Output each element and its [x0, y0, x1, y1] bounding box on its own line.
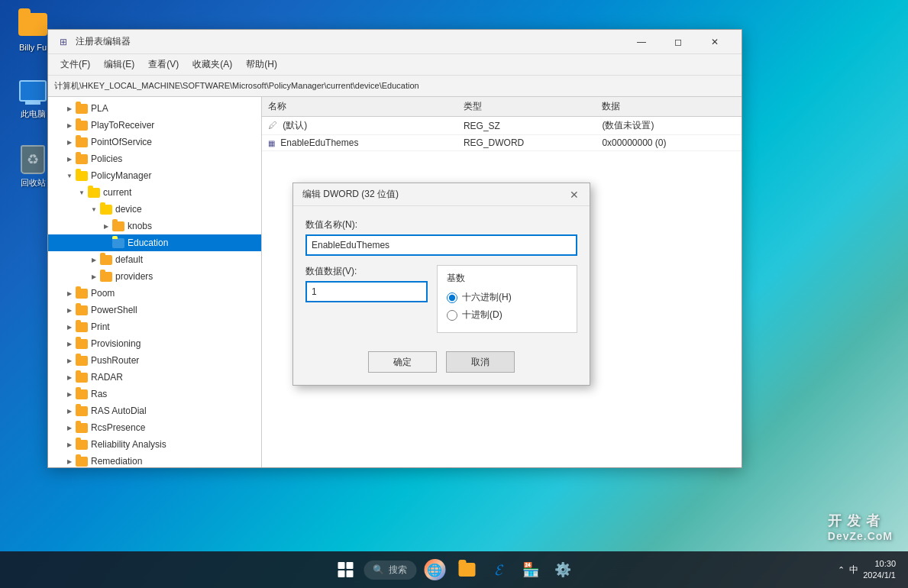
- menu-view[interactable]: 查看(V): [142, 55, 185, 74]
- tree-item-radar[interactable]: RADAR: [48, 369, 261, 386]
- col-data: 数据: [596, 97, 742, 117]
- expand-rasautodial[interactable]: [63, 405, 76, 417]
- name-input[interactable]: [305, 234, 577, 256]
- globe-taskbar-button[interactable]: 🌐: [421, 556, 448, 583]
- edit-dword-dialog: 编辑 DWORD (32 位值) ✕ 数值名称(N): 数值数据(V):: [292, 183, 590, 386]
- tree-item-pointofservice[interactable]: PointOfService: [48, 134, 261, 150]
- hex-radio[interactable]: [447, 292, 457, 303]
- search-icon: 🔍: [373, 564, 384, 575]
- tree-item-policymanager[interactable]: PolicyManager: [48, 167, 261, 184]
- ok-button[interactable]: 确定: [368, 351, 437, 373]
- windows-logo-icon: [338, 562, 353, 577]
- close-button[interactable]: ✕: [697, 30, 732, 54]
- expand-pushrouter[interactable]: [63, 354, 76, 367]
- maximize-button[interactable]: ◻: [661, 30, 696, 54]
- tree-label-pushrouter: PushRouter: [91, 355, 139, 366]
- data-field-label: 数值数据(V):: [305, 265, 428, 278]
- tree-panel[interactable]: PLA PlayToReceiver PointOfService Polici…: [48, 97, 262, 467]
- row-data-default: (数值未设置): [596, 117, 742, 135]
- folder-icon-knobs: [112, 221, 124, 231]
- menu-favorites[interactable]: 收藏夹(A): [186, 55, 238, 74]
- tree-item-knobs[interactable]: knobs: [48, 218, 261, 234]
- chevron-up-icon[interactable]: ⌃: [838, 565, 845, 575]
- tree-item-default[interactable]: default: [48, 251, 261, 268]
- tree-item-ras[interactable]: Ras: [48, 386, 261, 402]
- expand-rcspresence[interactable]: [63, 422, 76, 434]
- expand-providers[interactable]: [88, 270, 100, 283]
- expand-device[interactable]: [88, 203, 100, 215]
- regedit-window: ⊞ 注册表编辑器 — ◻ ✕ 文件(F) 编辑(E) 查看(V) 收藏夹(A) …: [47, 29, 742, 468]
- expand-radar[interactable]: [63, 371, 76, 383]
- minimize-button[interactable]: —: [624, 30, 659, 54]
- address-bar: 计算机\HKEY_LOCAL_MACHINE\SOFTWARE\Microsof…: [48, 76, 742, 97]
- base-title: 基数: [447, 272, 567, 285]
- tree-item-pushrouter[interactable]: PushRouter: [48, 352, 261, 369]
- tree-item-policies[interactable]: Policies: [48, 150, 261, 167]
- table-row[interactable]: 🖊 (默认) REG_SZ (数值未设置): [262, 117, 742, 135]
- tree-item-playtoreceiver[interactable]: PlayToReceiver: [48, 117, 261, 134]
- tree-label-education: Education: [128, 237, 168, 248]
- folder-icon-providers: [100, 272, 112, 282]
- tree-item-providers[interactable]: providers: [48, 268, 261, 285]
- expand-pla[interactable]: [63, 102, 76, 115]
- menu-help[interactable]: 帮助(H): [240, 55, 283, 74]
- cancel-button[interactable]: 取消: [446, 351, 515, 373]
- expand-playtoreceiver[interactable]: [63, 119, 76, 131]
- dec-radio[interactable]: [447, 310, 457, 321]
- dialog-close-button[interactable]: ✕: [565, 186, 583, 204]
- expand-powershell[interactable]: [63, 304, 76, 316]
- col-name: 名称: [262, 97, 457, 117]
- taskbar-search[interactable]: 🔍 搜索: [364, 561, 416, 580]
- search-placeholder: 搜索: [389, 564, 407, 577]
- tree-item-provisioning[interactable]: Provisioning: [48, 335, 261, 352]
- expand-reliability[interactable]: [63, 438, 76, 451]
- tree-item-rcspresence[interactable]: RcsPresence: [48, 419, 261, 436]
- tree-item-education[interactable]: Education: [48, 234, 261, 251]
- row-type-enableeduthemes: REG_DWORD: [457, 135, 596, 151]
- value-field-group: 数值数据(V):: [305, 265, 428, 333]
- edge-taskbar-button[interactable]: 𝓔: [485, 556, 512, 583]
- expand-poom[interactable]: [63, 287, 76, 299]
- tree-item-reliability[interactable]: Reliability Analysis: [48, 436, 261, 453]
- windows-logo-button[interactable]: [331, 556, 359, 583]
- folder-taskbar-button[interactable]: [453, 556, 480, 583]
- expand-pointofservice[interactable]: [63, 136, 76, 148]
- expand-print[interactable]: [63, 321, 76, 333]
- expand-current[interactable]: [76, 186, 88, 199]
- data-input[interactable]: [305, 281, 428, 302]
- settings-taskbar-button[interactable]: ⚙️: [549, 556, 577, 583]
- folder-icon-powershell: [76, 305, 88, 315]
- expand-policymanager[interactable]: [63, 170, 76, 182]
- expand-knobs[interactable]: [100, 220, 112, 232]
- tree-item-powershell[interactable]: PowerShell: [48, 302, 261, 318]
- table-row[interactable]: ▦ EnableEduThemes REG_DWORD 0x00000000 (…: [262, 135, 742, 151]
- tree-label-device: device: [115, 204, 142, 215]
- expand-default[interactable]: [88, 254, 100, 266]
- notification-area: ⌃ 中 10:30 2024/1/1: [838, 558, 896, 582]
- address-text[interactable]: 计算机\HKEY_LOCAL_MACHINE\SOFTWARE\Microsof…: [54, 80, 419, 92]
- menu-file[interactable]: 文件(F): [54, 55, 96, 74]
- expand-policies[interactable]: [63, 153, 76, 165]
- expand-provisioning[interactable]: [63, 338, 76, 350]
- desktop-icon-label-pc: 此电脑: [21, 109, 46, 119]
- tree-item-device[interactable]: device: [48, 201, 261, 218]
- tree-item-current[interactable]: current: [48, 184, 261, 201]
- tree-item-remediation[interactable]: Remediation: [48, 453, 261, 467]
- tree-item-rasautodial[interactable]: RAS AutoDial: [48, 402, 261, 419]
- dec-radio-label: 十进制(D): [462, 309, 502, 321]
- store-taskbar-button[interactable]: 🏪: [517, 556, 544, 583]
- settings-icon: ⚙️: [554, 561, 571, 578]
- row-data-enableeduthemes: 0x00000000 (0): [596, 135, 742, 151]
- lang-indicator: 中: [849, 564, 858, 577]
- row-name-enableeduthemes: ▦ EnableEduThemes: [262, 135, 457, 151]
- tree-item-print[interactable]: Print: [48, 318, 261, 335]
- expand-remediation[interactable]: [63, 455, 76, 467]
- tree-label-current: current: [103, 187, 131, 198]
- tree-item-pla[interactable]: PLA: [48, 100, 261, 117]
- tree-label-poom: Poom: [91, 288, 115, 299]
- menu-edit[interactable]: 编辑(E): [98, 55, 141, 74]
- data-row: 数值数据(V): 基数 十六进制(H) 十进制(D): [305, 265, 577, 333]
- taskbar-center: 🔍 搜索 🌐 𝓔 🏪 ⚙️: [331, 556, 577, 583]
- tree-item-poom[interactable]: Poom: [48, 285, 261, 302]
- expand-ras[interactable]: [63, 388, 76, 400]
